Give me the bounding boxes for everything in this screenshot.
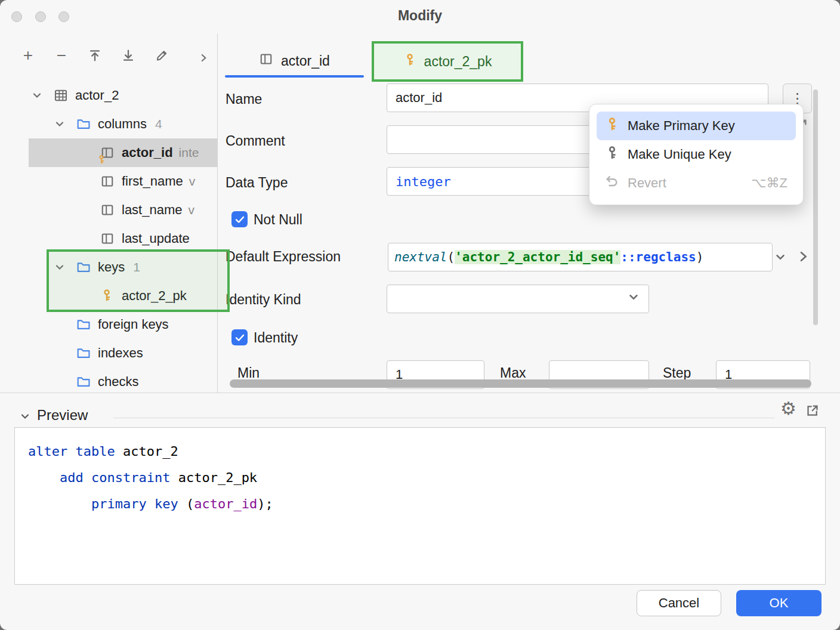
folder-icon [76,375,91,389]
tree-item-columns[interactable]: columns 4 [0,110,217,138]
horizontal-scrollbar[interactable] [230,379,811,388]
column-icon [100,174,115,189]
open-in-editor-icon[interactable] [805,403,820,420]
move-up-icon[interactable] [87,48,103,63]
menu-item-shortcut: ⌥⌘Z [751,175,788,191]
sql-line: primary key (actor_id); [28,491,825,517]
menu-item-label: Revert [628,175,666,191]
folder-icon [76,346,91,360]
expr-paren-close: ) [696,250,704,264]
tab-actor-id[interactable]: actor_id [225,44,364,78]
menu-item-revert[interactable]: Revert ⌥⌘Z [597,169,796,197]
active-tab-indicator [225,75,364,78]
min-label: Min [237,365,260,381]
chevron-down-icon[interactable] [54,118,66,130]
undo-icon [605,174,619,192]
vertical-scrollbar[interactable] [813,89,818,325]
move-down-icon[interactable] [121,48,136,63]
expr-cast: ::regclass [620,250,696,264]
column-key-icon [100,146,115,160]
preview-title: Preview [37,407,88,424]
sql-preview-editor[interactable]: alter table actor_2 add constraint actor… [14,427,826,585]
identity-checkbox[interactable] [231,329,248,345]
remove-icon[interactable]: − [54,48,69,63]
chevron-down-icon[interactable] [31,89,43,101]
tree-item-first-name[interactable]: first_name v [0,167,217,196]
menu-item-label: Make Unique Key [628,147,731,162]
titlebar: Modify [0,0,840,33]
comment-label: Comment [226,133,285,149]
data-type-value: integer [396,174,451,189]
expression-dropdown-chevron-icon[interactable] [774,251,787,266]
tree-item-actor-id[interactable]: actor_id inte [29,138,217,167]
key-icon [605,117,619,135]
not-null-label: Not Null [254,212,302,228]
tab-actor-2-pk[interactable]: actor_2_pk [372,41,523,82]
sql-keyword: add constraint [28,470,170,485]
tree-label: checks [98,374,138,390]
tree-label: last_update [122,231,190,246]
menu-item-label: Make Primary Key [628,118,735,134]
tree-count: 4 [155,117,162,131]
identity-label: Identity [254,330,298,346]
tree-label: keys [98,260,125,275]
tree-item-checks[interactable]: checks [0,368,217,393]
tree-item-actor-2[interactable]: actor_2 [0,81,217,110]
structure-tree-panel: + − actor_2 columns 4 [0,33,218,393]
folder-icon [76,317,91,332]
collapse-panel-icon[interactable] [198,52,209,66]
column-icon [259,52,273,70]
tree-type-hint: v [189,203,195,217]
folder-icon [76,117,91,131]
gear-icon[interactable]: ⚙ [780,400,796,418]
default-expression-field[interactable]: nextval('actor_2_actor_id_seq'::regclass… [388,243,773,271]
tree-label: foreign keys [98,317,169,332]
preview-collapse-chevron-icon[interactable] [19,410,31,425]
table-icon [54,88,68,103]
chevron-down-icon[interactable] [54,261,66,273]
tree-item-foreign-keys[interactable]: foreign keys [0,310,217,339]
column-icon [100,203,115,217]
remove-glyph: − [57,46,66,65]
preview-separator [113,418,774,418]
ok-button[interactable]: OK [736,590,822,616]
expr-paren-open: ( [447,250,455,264]
menu-item-make-unique-key[interactable]: Make Unique Key [597,140,796,169]
tree-type-hint: inte [179,146,199,160]
key-icon [100,289,115,303]
tree-item-indexes[interactable]: indexes [0,339,217,368]
tree-item-keys[interactable]: keys 1 [0,253,217,282]
tree-label: actor_id [122,145,173,160]
cancel-button[interactable]: Cancel [637,590,721,616]
tree-item-last-name[interactable]: last_name v [0,196,217,224]
expression-expand-chevron-icon[interactable] [796,249,810,266]
max-label: Max [500,365,526,381]
menu-item-make-primary-key[interactable]: Make Primary Key [597,112,796,140]
default-expression-label: Default Expression [226,249,341,265]
gear-glyph: ⚙ [780,399,796,418]
folder-icon [76,260,91,274]
step-label: Step [663,365,691,381]
sql-keyword: primary key [28,496,178,511]
key-icon [605,146,619,163]
tree-toolbar: + − [20,48,169,63]
tree-item-last-update[interactable]: last_update [0,224,217,253]
chevron-down-icon [627,291,640,307]
not-null-checkbox[interactable] [231,211,248,227]
data-type-label: Data Type [226,175,288,191]
sql-identifier: actor_2_pk [170,470,257,485]
window-title: Modify [0,8,840,24]
tree-type-hint: v [189,174,196,189]
edit-icon[interactable] [154,48,169,63]
sql-keyword: alter table [28,444,115,459]
sql-punct: ); [257,496,273,511]
tree-item-actor-2-pk[interactable]: actor_2_pk [0,282,217,310]
sql-identifier: actor_2 [115,444,178,459]
tree-label: first_name [122,174,183,189]
context-menu: Make Primary Key Make Unique Key Revert … [589,104,804,205]
identity-kind-dropdown[interactable] [387,285,649,313]
add-glyph: + [23,46,33,65]
name-label: Name [226,91,262,107]
tree-label: columns [98,116,147,132]
add-icon[interactable]: + [20,48,36,63]
